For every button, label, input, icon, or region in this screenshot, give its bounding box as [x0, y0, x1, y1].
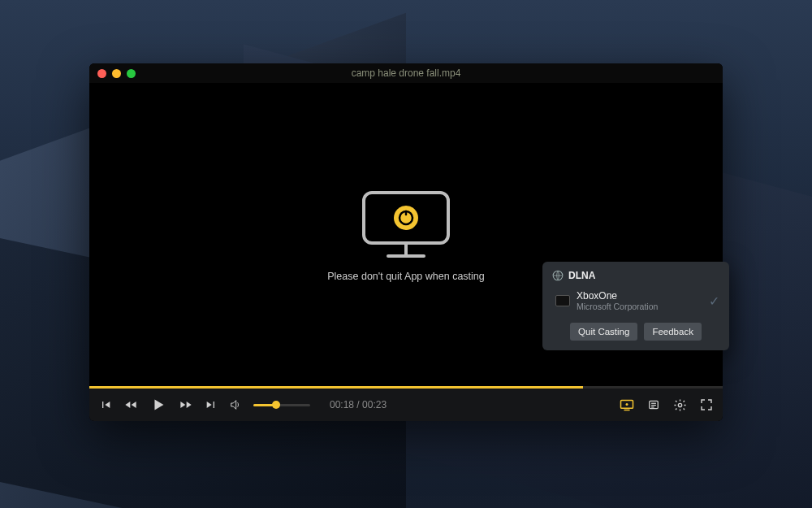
- casting-message: Please don't quit App when casting: [327, 271, 485, 282]
- device-icon: [555, 295, 570, 306]
- player-window: camp hale drone fall.mp4 Please don't qu…: [89, 63, 723, 421]
- svg-point-8: [626, 402, 628, 405]
- quit-casting-button[interactable]: Quit Casting: [570, 323, 637, 341]
- protocol-label: DLNA: [568, 270, 595, 281]
- check-icon: ✓: [709, 293, 719, 309]
- casting-popup: DLNA XboxOne Microsoft Corporation ✓ Qui…: [542, 262, 729, 350]
- settings-button[interactable]: [673, 398, 687, 412]
- skip-forward-button[interactable]: [205, 398, 218, 411]
- cast-button[interactable]: [620, 399, 634, 411]
- skip-back-button[interactable]: [99, 398, 112, 411]
- rewind-button[interactable]: [123, 398, 138, 411]
- titlebar: camp hale drone fall.mp4: [89, 63, 723, 83]
- fast-forward-button[interactable]: [179, 398, 193, 411]
- device-row[interactable]: XboxOne Microsoft Corporation ✓: [552, 288, 719, 319]
- playlist-button[interactable]: [647, 399, 660, 410]
- progress-bar[interactable]: [89, 386, 723, 389]
- controls-bar: 00:18 / 00:23: [89, 389, 723, 421]
- window-title: camp hale drone fall.mp4: [89, 67, 723, 79]
- video-area[interactable]: Please don't quit App when casting DLNA …: [89, 83, 723, 386]
- dlna-icon: [552, 270, 564, 281]
- device-name: XboxOne: [577, 291, 702, 302]
- play-button[interactable]: [149, 396, 167, 414]
- casting-indicator: Please don't quit App when casting: [327, 188, 485, 282]
- fullscreen-button[interactable]: [700, 398, 713, 411]
- popup-header: DLNA: [552, 270, 719, 281]
- device-vendor: Microsoft Corporation: [577, 302, 702, 311]
- monitor-icon: [357, 188, 455, 261]
- svg-point-13: [678, 403, 681, 406]
- svg-point-3: [394, 206, 418, 230]
- feedback-button[interactable]: Feedback: [644, 323, 702, 341]
- volume-slider[interactable]: [253, 404, 310, 406]
- time-display: 00:18 / 00:23: [330, 399, 387, 410]
- progress-fill: [89, 386, 583, 389]
- volume-button[interactable]: [229, 398, 242, 411]
